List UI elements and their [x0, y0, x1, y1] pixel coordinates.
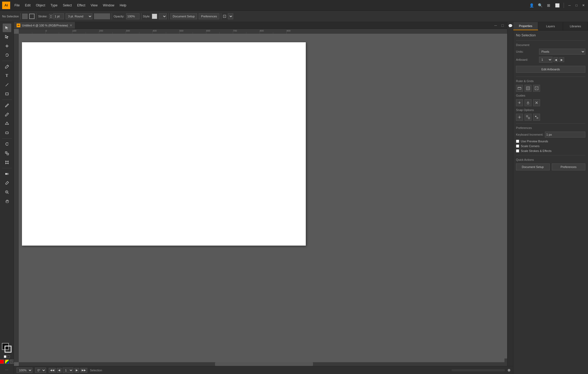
canvas-area: Ai Untitled-4 @ 100 % (RGB/Preview) ✕ ─ … [14, 22, 513, 366]
search-icon[interactable]: 🔍 [537, 2, 543, 9]
menu-help[interactable]: Help [118, 2, 129, 8]
keyboard-increment-input[interactable] [545, 132, 585, 138]
quick-actions-row: Document Setup Preferences [516, 163, 585, 170]
snap-to-pixel-icon[interactable] [533, 114, 540, 121]
eyedropper-tool-btn[interactable] [3, 179, 11, 187]
pixel-grid-icon[interactable] [533, 85, 540, 92]
snap-to-grid-icon[interactable] [525, 114, 532, 121]
magic-wand-tool-btn[interactable] [3, 42, 11, 50]
eraser-tool-btn[interactable] [3, 128, 11, 137]
use-preview-bounds-checkbox[interactable] [516, 140, 519, 143]
lock-guides-icon[interactable] [525, 99, 532, 106]
free-transform-tool-btn[interactable] [3, 158, 11, 167]
fill-color-swatch[interactable] [22, 14, 28, 19]
scale-strokes-effects-checkbox[interactable] [516, 149, 519, 152]
gradient-tool-btn[interactable] [3, 170, 11, 178]
user-account-icon[interactable]: 👤 [528, 2, 535, 9]
tab-layers[interactable]: Layers [538, 22, 563, 30]
svg-rect-15 [5, 161, 6, 162]
fill-stroke-colors[interactable] [2, 343, 12, 353]
pencil-tool-btn[interactable] [3, 110, 11, 119]
menu-view[interactable]: View [89, 2, 100, 8]
next-artboard-panel-btn[interactable]: ▶ [559, 57, 564, 62]
options-toolbar: No Selection Stroke: ▲ ▼ 3 pt. Round Opa… [0, 11, 588, 22]
zoom-tool-btn[interactable] [3, 188, 11, 196]
scroll-bar-horizontal[interactable] [19, 362, 509, 366]
none-color-chip[interactable] [10, 360, 14, 364]
line-tool-btn[interactable] [3, 81, 11, 89]
next-artboard-btn[interactable]: ▶▶ [80, 368, 87, 373]
style-select[interactable] [159, 13, 167, 19]
style-swatch[interactable] [152, 14, 157, 19]
zoom-select[interactable]: 100% [17, 368, 32, 373]
menu-window[interactable]: Window [101, 2, 116, 8]
artboard-nav-select[interactable]: 1 [539, 57, 552, 63]
more-tools-btn[interactable]: ··· [3, 365, 11, 374]
direct-selection-tool-btn[interactable] [3, 33, 11, 41]
gradient-color-chip[interactable] [5, 360, 9, 364]
arrange-icon[interactable]: ⊡ [223, 14, 226, 19]
artboard-select[interactable]: 1 [63, 368, 73, 373]
rectangle-tool-btn[interactable] [3, 90, 11, 98]
stroke-style-select[interactable]: 3 pt. Round [66, 13, 92, 19]
next-frame-btn[interactable]: ▶ [74, 368, 79, 373]
arrange-select[interactable] [228, 13, 233, 19]
close-document-btn[interactable]: ✕ [70, 24, 72, 27]
swap-colors-icon[interactable] [4, 355, 6, 358]
tab-minimize-btn[interactable]: ─ [492, 22, 499, 29]
rotation-select[interactable]: 0° [35, 368, 46, 373]
document-setup-toolbar-btn[interactable]: Document Setup [170, 13, 197, 19]
canvas-tab-bar: Ai Untitled-4 @ 100 % (RGB/Preview) ✕ ─ … [14, 22, 513, 29]
scale-corners-checkbox[interactable] [516, 144, 519, 148]
stroke-color[interactable] [5, 346, 12, 353]
ruler-grids-icons [516, 85, 585, 92]
comments-icon[interactable]: 💬 [508, 24, 512, 28]
tab-restore-btn[interactable]: □ [499, 22, 506, 29]
clear-guides-icon[interactable] [533, 99, 540, 106]
red-color-chip[interactable] [0, 360, 4, 364]
menu-edit[interactable]: Edit [23, 2, 33, 8]
document-tab[interactable]: Ai Untitled-4 @ 100 % (RGB/Preview) ✕ [14, 22, 75, 29]
paintbrush-tool-btn[interactable] [3, 101, 11, 110]
snap-to-point-icon[interactable] [516, 114, 523, 121]
prev-artboard-panel-btn[interactable]: ◀ [553, 57, 558, 62]
rotate-tool-btn[interactable] [3, 140, 11, 148]
menu-file[interactable]: File [12, 2, 22, 8]
svg-rect-7 [6, 93, 8, 95]
svg-text:300: 300 [126, 29, 130, 32]
hand-tool-btn[interactable] [3, 197, 11, 205]
grid-icon[interactable] [525, 85, 532, 92]
ruler-icon[interactable] [516, 85, 523, 92]
default-colors-icon[interactable] [7, 355, 10, 358]
menu-effect[interactable]: Effect [75, 2, 87, 8]
stroke-color-swatch[interactable] [29, 14, 35, 19]
preferences-toolbar-btn[interactable]: Preferences [199, 13, 219, 19]
prev-artboard-btn[interactable]: ◀◀ [49, 368, 56, 373]
lasso-tool-btn[interactable] [3, 51, 11, 59]
tab-libraries[interactable]: Libraries [563, 22, 588, 30]
window-maximize-btn[interactable]: □ [574, 3, 579, 8]
menu-type[interactable]: Type [48, 2, 60, 8]
units-select[interactable]: Pixels Inches Centimeters [539, 49, 585, 55]
menu-select[interactable]: Select [61, 2, 74, 8]
menu-object[interactable]: Object [34, 2, 47, 8]
preferences-quick-btn[interactable]: Preferences [552, 163, 586, 170]
edit-artboards-btn[interactable]: Edit Artboards [516, 66, 585, 73]
window-minimize-btn[interactable]: ─ [567, 3, 572, 8]
window-close-btn[interactable]: ✕ [581, 3, 586, 8]
svg-rect-83 [526, 116, 528, 117]
opacity-input[interactable] [126, 13, 140, 19]
workspace-switcher-icon[interactable]: ⊞ [545, 2, 552, 9]
window-restore-icon[interactable]: ⬜ [554, 2, 560, 9]
document-setup-quick-btn[interactable]: Document Setup [516, 163, 550, 170]
stroke-weight-input[interactable] [53, 13, 64, 19]
show-guides-icon[interactable] [516, 99, 523, 106]
tab-properties[interactable]: Properties [513, 22, 538, 30]
shaper-tool-btn[interactable] [3, 119, 11, 128]
scale-tool-btn[interactable] [3, 149, 11, 158]
type-tool-btn[interactable]: T [3, 71, 11, 80]
selection-tool-btn[interactable] [3, 24, 11, 32]
canvas-workspace[interactable] [14, 29, 513, 366]
prev-frame-btn[interactable]: ◀ [57, 368, 62, 373]
pen-tool-btn[interactable] [3, 62, 11, 71]
